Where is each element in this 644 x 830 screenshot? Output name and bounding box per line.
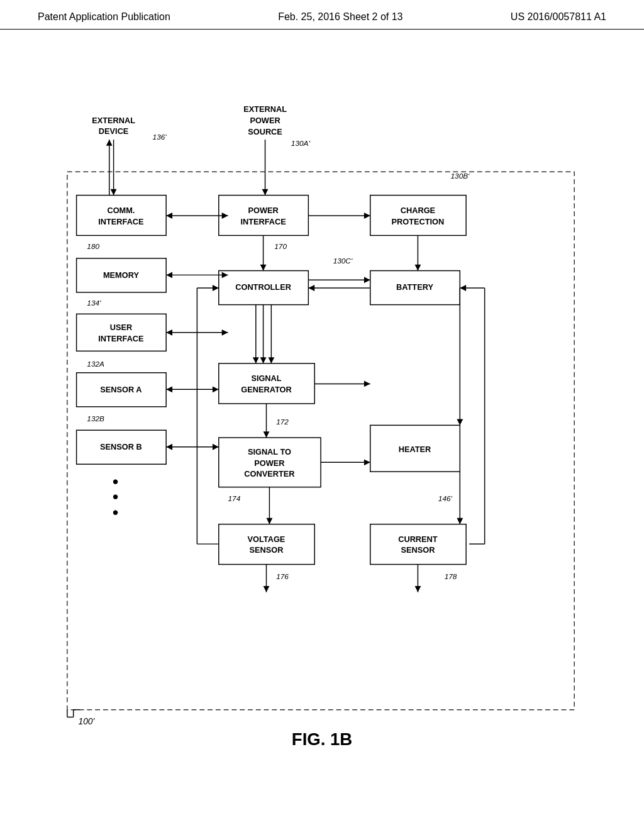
svg-rect-29 xyxy=(77,314,167,351)
diagram-area: EXTERNAL DEVICE 136' EXTERNAL POWER SOUR… xyxy=(0,30,644,772)
comm-interface-text1: COMM. xyxy=(107,206,135,215)
svg-marker-67 xyxy=(213,285,219,291)
user-interface-text2: INTERFACE xyxy=(98,334,144,343)
svg-marker-31 xyxy=(166,329,172,336)
sig-power-text1: SIGNAL TO xyxy=(248,447,291,456)
label-130b: 130B' xyxy=(451,172,470,180)
svg-marker-39 xyxy=(166,386,172,392)
svg-rect-41 xyxy=(219,363,314,404)
system-label: 100' xyxy=(79,717,96,726)
external-device-label2: DEVICE xyxy=(99,126,129,136)
svg-marker-78 xyxy=(268,357,274,363)
label-176: 176 xyxy=(276,572,289,581)
current-sensor-text1: CURRENT xyxy=(398,534,438,544)
svg-marker-16 xyxy=(415,265,421,271)
label-174: 174 xyxy=(228,494,241,503)
charge-protection-text2: PROTECTION xyxy=(392,217,445,226)
ext-power-label2: POWER xyxy=(250,116,280,125)
battery-text: BATTERY xyxy=(396,282,433,292)
comm-interface-text2: INTERFACE xyxy=(98,217,144,226)
sig-power-text3: CONVERTER xyxy=(244,469,294,479)
label-130a: 130A' xyxy=(291,139,311,148)
charge-protection-text1: CHARGE xyxy=(401,206,436,215)
svg-marker-22 xyxy=(260,265,267,271)
svg-marker-55 xyxy=(267,518,273,524)
svg-rect-7 xyxy=(77,196,167,236)
power-interface-text1: POWER xyxy=(248,206,278,215)
svg-marker-19 xyxy=(166,272,172,278)
page-header: Patent Application Publication Feb. 25, … xyxy=(0,0,644,30)
user-interface-text1: USER xyxy=(110,323,132,332)
label-132b: 132B xyxy=(87,414,104,423)
svg-marker-61 xyxy=(415,586,421,592)
sensor-b-text: SENSOR B xyxy=(100,442,142,451)
label-130c: 130C' xyxy=(333,257,353,265)
svg-marker-34 xyxy=(260,357,267,363)
svg-marker-71 xyxy=(460,285,466,291)
ext-power-label3: SOURCE xyxy=(248,127,282,136)
svg-rect-11 xyxy=(219,196,309,236)
svg-marker-52 xyxy=(364,459,370,465)
svg-marker-58 xyxy=(264,586,270,592)
heater-text: HEATER xyxy=(399,445,431,454)
svg-marker-20 xyxy=(222,272,228,278)
header-left: Patent Application Publication xyxy=(38,11,170,23)
ext-power-label1: EXTERNAL xyxy=(243,104,287,114)
svg-marker-76 xyxy=(253,357,259,363)
svg-marker-2 xyxy=(111,189,117,196)
svg-marker-36 xyxy=(457,419,463,426)
svg-marker-4 xyxy=(106,140,113,146)
svg-marker-40 xyxy=(213,386,219,392)
svg-rect-59 xyxy=(370,524,466,565)
signal-gen-text2: GENERATOR xyxy=(241,385,291,394)
sig-power-text2: POWER xyxy=(254,458,284,468)
svg-marker-6 xyxy=(262,189,269,196)
svg-marker-10 xyxy=(222,213,228,219)
svg-marker-28 xyxy=(364,277,370,283)
controller-text: CONTROLLER xyxy=(235,282,291,292)
svg-marker-48 xyxy=(166,444,172,450)
external-device-label: EXTERNAL xyxy=(92,116,135,125)
svg-rect-14 xyxy=(370,196,466,236)
svg-marker-43 xyxy=(364,381,370,387)
ellipsis3: • xyxy=(113,502,119,522)
svg-marker-9 xyxy=(166,213,172,219)
voltage-sensor-text2: SENSOR xyxy=(250,545,284,555)
label-178: 178 xyxy=(445,572,457,581)
label-132a: 132A xyxy=(87,360,104,368)
header-right: US 2016/0057811 A1 xyxy=(511,11,606,23)
power-interface-text2: INTERFACE xyxy=(240,217,286,226)
header-center: Feb. 25, 2016 Sheet 2 of 13 xyxy=(278,11,402,23)
label-136: 136' xyxy=(153,133,167,141)
svg-rect-56 xyxy=(219,524,314,565)
label-180: 180 xyxy=(87,242,99,251)
svg-marker-49 xyxy=(213,444,219,450)
svg-marker-45 xyxy=(264,431,270,438)
sensor-a-text: SENSOR A xyxy=(100,385,142,394)
svg-marker-26 xyxy=(308,285,314,291)
signal-gen-text1: SIGNAL xyxy=(251,374,281,383)
label-146: 146' xyxy=(438,494,453,503)
svg-marker-13 xyxy=(364,213,370,219)
svg-marker-32 xyxy=(222,329,228,336)
label-172: 172 xyxy=(276,418,289,426)
voltage-sensor-text1: VOLTAGE xyxy=(248,534,286,544)
label-170: 170 xyxy=(274,242,287,251)
label-134: 134' xyxy=(87,299,101,307)
memory-text: MEMORY xyxy=(103,270,139,280)
svg-marker-63 xyxy=(457,518,463,524)
current-sensor-text2: SENSOR xyxy=(401,545,435,555)
figure-label: FIG. 1B xyxy=(292,729,352,749)
